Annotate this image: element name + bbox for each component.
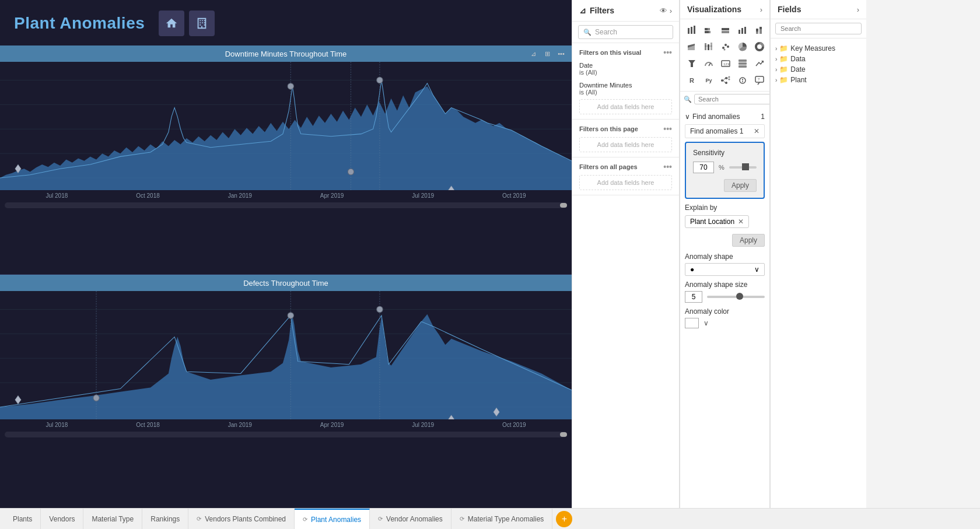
svg-point-71 [722, 47, 724, 49]
svg-text:123: 123 [723, 62, 730, 66]
sensitivity-slider[interactable] [729, 166, 757, 169]
focus-icon[interactable]: ⊞ [541, 48, 553, 59]
tab-plant-anomalies[interactable]: ⟳ Plant Anomalies [295, 509, 370, 529]
fields-search-input[interactable] [775, 23, 862, 34]
svg-rect-47 [705, 28, 708, 30]
100pct-bar-icon[interactable] [718, 22, 734, 38]
plant-location-tag: Plant Location ✕ [685, 215, 749, 228]
filter-date-value: is (All) [579, 69, 672, 76]
tab-vendors-plants[interactable]: ⟳ Vendors Plants Combined [188, 509, 295, 529]
viz-expand-icon[interactable]: › [760, 5, 762, 14]
scatter-icon[interactable] [718, 38, 734, 55]
sensitivity-value[interactable]: 70 [693, 162, 714, 173]
key-influencer-icon[interactable] [734, 72, 751, 89]
tab-rankings[interactable]: Rankings [142, 509, 188, 529]
chevron-down-icon[interactable]: ∨ [685, 113, 690, 121]
anomaly-color-box[interactable] [685, 318, 699, 328]
anomaly-size-section: Anomaly shape size 5 [685, 281, 765, 303]
filters-search-placeholder: Search [595, 28, 617, 36]
stacked-area-icon[interactable] [684, 38, 700, 55]
tab-vendor-anomalies[interactable]: ⟳ Vendor Anomalies [370, 509, 452, 529]
svg-rect-56 [756, 29, 758, 31]
plant-anomalies-icon: ⟳ [303, 516, 307, 523]
tab-material-type[interactable]: Material Type [83, 509, 142, 529]
add-allpages-fields[interactable]: Add data fields here [579, 175, 672, 190]
vendors-tab-label: Vendors [49, 515, 75, 523]
scrollbar-thumb[interactable] [560, 203, 567, 208]
x-label-5: Oct 2019 [502, 192, 526, 199]
ribbon-icon[interactable] [701, 38, 717, 55]
downtime-scrollbar[interactable] [5, 202, 567, 208]
col-chart-icon[interactable] [734, 22, 751, 38]
svg-point-105 [725, 77, 727, 79]
filters-visual-dots[interactable]: ••• [663, 48, 672, 57]
card-icon[interactable]: 123 [718, 55, 734, 72]
defects-scrollbar-thumb[interactable] [560, 432, 567, 437]
fields-expand-icon[interactable]: › [857, 5, 859, 14]
chart-area: Plant Anomalies Downtime Minutes Through… [0, 0, 572, 508]
defects-x-labels: Jul 2018 Oct 2018 Jan 2019 Apr 2019 Jul … [0, 419, 572, 430]
x-label-0: Jul 2018 [46, 192, 68, 199]
funnel-icon[interactable] [684, 55, 700, 72]
add-page-fields[interactable]: Add data fields here [579, 137, 672, 152]
tab-vendors[interactable]: Vendors [41, 509, 83, 529]
svg-line-109 [723, 78, 725, 80]
qna-icon[interactable]: ? [751, 72, 768, 89]
building-icon[interactable] [189, 10, 215, 36]
fields-key-measures[interactable]: › 📁 Key Measures [775, 43, 862, 54]
home-icon[interactable] [159, 10, 184, 36]
find-anomalies-close-btn[interactable]: ✕ [754, 127, 760, 135]
pie-chart-icon[interactable] [734, 38, 751, 55]
add-tab-button[interactable]: + [556, 511, 572, 527]
kpi-icon[interactable] [751, 55, 768, 72]
anomaly-size-value[interactable]: 5 [685, 291, 702, 303]
sensitivity-thumb[interactable] [742, 163, 749, 170]
x-label-1: Oct 2018 [136, 192, 160, 199]
explain-apply-btn[interactable]: Apply [732, 234, 765, 247]
explain-by-title: Explain by [685, 204, 765, 212]
fields-plant[interactable]: › 📁 Plant [775, 75, 862, 85]
filter-downtime-item[interactable]: Downtime Minutes is (All) [579, 77, 672, 97]
multirow-card-icon[interactable] [734, 55, 751, 72]
defects-scrollbar[interactable] [5, 432, 567, 437]
defects-chart-body[interactable] [0, 291, 572, 419]
svg-rect-49 [705, 31, 709, 33]
x-label-3: Apr 2019 [320, 192, 344, 199]
anomaly-color-chevron[interactable]: ∨ [704, 319, 709, 327]
viz-search-input[interactable] [694, 94, 770, 104]
filters-expand-icon[interactable]: › [670, 6, 672, 15]
filter-downtime-name: Downtime Minutes [579, 82, 672, 89]
plant-location-remove-btn[interactable]: ✕ [738, 218, 744, 226]
filter-icon[interactable]: ⊿ [527, 48, 539, 59]
r-visual-icon[interactable]: R [684, 72, 700, 89]
plant-anomalies-tab-label: Plant Anomalies [311, 516, 361, 524]
fields-data[interactable]: › 📁 Data [775, 54, 862, 64]
filters-allpages-dots[interactable]: ••• [663, 162, 672, 171]
decomp-tree-icon[interactable] [718, 72, 734, 89]
sensitivity-apply-btn[interactable]: Apply [724, 179, 757, 192]
vendors-plants-icon: ⟳ [197, 516, 201, 522]
anomaly-size-slider[interactable] [707, 296, 765, 298]
add-visual-fields[interactable]: Add data fields here [579, 99, 672, 114]
stacked-col-icon[interactable] [751, 22, 768, 38]
filters-hide-icon[interactable]: 👁 [660, 6, 667, 15]
filters-search-box[interactable]: 🔍 Search [578, 25, 673, 39]
anomaly-shape-select[interactable]: ● ∨ [685, 263, 765, 276]
viz-icons-grid: 123 R Py [680, 19, 769, 91]
filter-date-item[interactable]: Date is (All) [579, 61, 672, 77]
sensitivity-title: Sensitivity [693, 149, 757, 157]
stacked-bar-icon[interactable] [701, 22, 717, 38]
filters-page-dots[interactable]: ••• [663, 124, 672, 134]
fields-date[interactable]: › 📁 Date [775, 64, 862, 75]
bar-chart-icon[interactable] [684, 22, 700, 38]
anomaly-size-thumb[interactable] [736, 293, 743, 300]
dx-label-2: Jan 2019 [228, 422, 252, 428]
tab-plants[interactable]: Plants [5, 509, 41, 529]
donut-icon[interactable] [751, 38, 768, 55]
more-icon[interactable]: ••• [555, 48, 567, 59]
tab-material-anomalies[interactable]: ⟳ Material Type Anomalies [452, 509, 553, 529]
gauge-icon[interactable] [701, 55, 717, 72]
downtime-chart-body[interactable] [0, 62, 572, 190]
find-anomalies-row[interactable]: Find anomalies 1 ✕ [685, 124, 765, 138]
py-visual-icon[interactable]: Py [701, 72, 717, 89]
